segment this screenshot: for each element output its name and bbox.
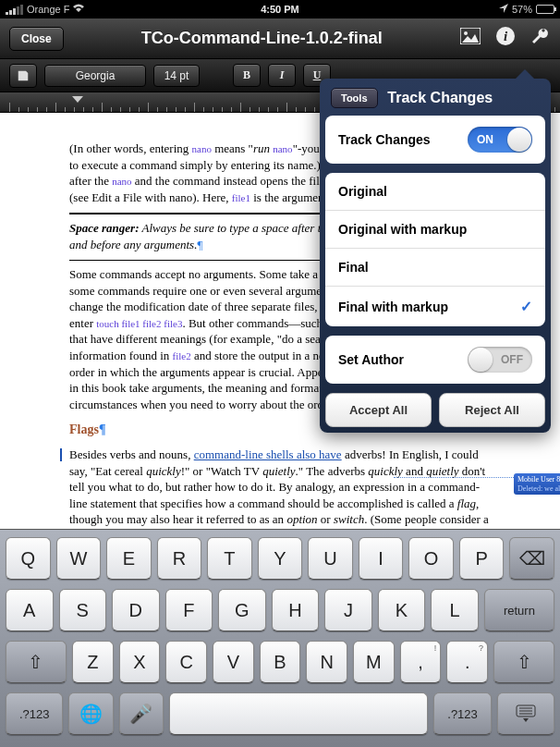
status-bar: Orange F 4:50 PM 57% <box>0 0 560 18</box>
key-d[interactable]: D <box>112 589 160 631</box>
checkmark-icon: ✓ <box>520 298 532 315</box>
document-title: TCo-Command-Line-1.0.2-final <box>64 29 460 48</box>
track-changes-toggle[interactable]: ON <box>468 127 532 153</box>
wifi-icon <box>73 4 84 15</box>
key-v[interactable]: V <box>213 641 254 683</box>
key-h[interactable]: H <box>272 589 320 631</box>
pilcrow-icon: ¶ <box>99 422 106 436</box>
key-j[interactable]: J <box>324 589 372 631</box>
key-f[interactable]: F <box>165 589 213 631</box>
signal-icon <box>6 5 23 15</box>
image-icon[interactable] <box>460 28 481 49</box>
space-key[interactable] <box>169 692 428 735</box>
clock: 4:50 PM <box>189 4 371 15</box>
font-name-button[interactable]: Georgia <box>44 65 146 87</box>
carrier-label: Orange F <box>27 4 69 15</box>
key-g[interactable]: G <box>218 589 266 631</box>
key-t[interactable]: T <box>207 537 252 580</box>
track-changes-popover: Tools Track Changes Track Changes ON Ori… <box>320 79 551 433</box>
key-a[interactable]: A <box>6 589 54 631</box>
track-change-balloon[interactable]: Mobile User 8/27/12 4:49 PM Deleted: we … <box>514 473 560 495</box>
key-,[interactable]: !, <box>400 641 442 683</box>
key-.[interactable]: ?. <box>446 641 488 683</box>
comment-connector <box>394 477 514 478</box>
key-c[interactable]: C <box>165 641 207 683</box>
reject-all-button[interactable]: Reject All <box>439 393 545 427</box>
key-s[interactable]: S <box>59 589 107 631</box>
wrench-icon[interactable] <box>530 26 551 51</box>
bold-button[interactable]: B <box>233 64 261 87</box>
key-n[interactable]: N <box>306 641 347 683</box>
font-size-button[interactable]: 14 pt <box>153 65 200 87</box>
view-option[interactable]: Final with markup✓ <box>325 287 545 326</box>
backspace-key[interactable]: ⌫ <box>509 537 554 580</box>
keyboard: QWERTYUIOP⌫ ASDFGHJKLreturn ⇧ZXCVBNM!,?.… <box>0 529 560 747</box>
key-o[interactable]: O <box>408 537 454 580</box>
key-x[interactable]: X <box>119 641 161 683</box>
key-u[interactable]: U <box>308 537 353 580</box>
pilcrow-icon: ¶ <box>197 238 202 251</box>
return-key[interactable]: return <box>484 589 554 631</box>
set-author-row: Set Author OFF <box>325 336 545 384</box>
indent-marker[interactable] <box>72 96 83 103</box>
popover-title: Track Changes <box>341 90 540 106</box>
set-author-toggle[interactable]: OFF <box>468 347 532 373</box>
key-i[interactable]: I <box>359 537 404 580</box>
info-icon[interactable]: i <box>495 26 516 51</box>
nav-bar: Close TCo-Command-Line-1.0.2-final i <box>0 18 560 59</box>
close-button[interactable]: Close <box>9 27 64 51</box>
track-changes-toggle-row: Track Changes ON <box>325 116 545 164</box>
key-k[interactable]: K <box>378 589 426 631</box>
save-button[interactable] <box>9 64 37 88</box>
numbers-key[interactable]: .?123 <box>433 692 491 735</box>
view-option[interactable]: Final <box>325 249 545 287</box>
tracked-insertion[interactable]: command-line shells also have <box>194 447 342 461</box>
key-r[interactable]: R <box>157 537 202 580</box>
globe-key[interactable]: 🌐 <box>68 692 113 735</box>
key-z[interactable]: Z <box>72 641 114 683</box>
battery-icon <box>536 5 554 14</box>
key-q[interactable]: Q <box>6 537 51 580</box>
key-e[interactable]: E <box>106 537 152 580</box>
accept-all-button[interactable]: Accept All <box>325 393 432 427</box>
battery-percent: 57% <box>512 4 532 15</box>
key-w[interactable]: W <box>56 537 102 580</box>
heading-flags: Flags <box>69 422 99 436</box>
text-cursor <box>60 448 62 461</box>
svg-point-1 <box>464 31 468 35</box>
key-m[interactable]: M <box>353 641 395 683</box>
view-option[interactable]: Original with markup <box>325 211 545 249</box>
numbers-key[interactable]: .?123 <box>6 692 63 735</box>
shift-key[interactable]: ⇧ <box>6 641 67 683</box>
key-b[interactable]: B <box>260 641 301 683</box>
dictation-key[interactable]: 🎤 <box>119 692 164 735</box>
view-option[interactable]: Original <box>325 173 545 211</box>
shift-key[interactable]: ⇧ <box>493 641 554 683</box>
key-y[interactable]: Y <box>258 537 303 580</box>
italic-button[interactable]: I <box>268 64 296 87</box>
hide-keyboard-key[interactable] <box>497 692 554 735</box>
location-icon <box>499 4 508 15</box>
key-p[interactable]: P <box>459 537 505 580</box>
key-l[interactable]: L <box>431 589 479 631</box>
